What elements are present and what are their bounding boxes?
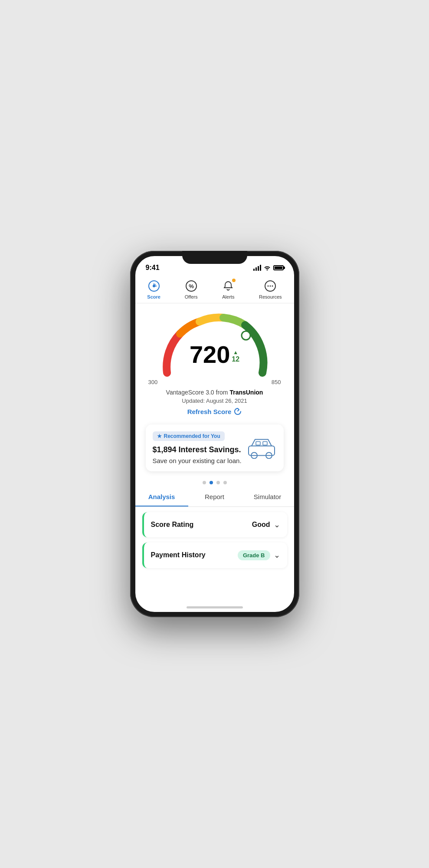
- carousel-dots: [135, 481, 294, 484]
- score-rating-right: Good ⌄: [252, 520, 280, 529]
- payment-history-label: Payment History: [151, 551, 206, 559]
- grade-badge: Grade B: [238, 550, 270, 560]
- notch: [182, 251, 247, 264]
- score-rating-label: Score Rating: [151, 521, 194, 529]
- svg-point-8: [268, 286, 269, 287]
- svg-point-1: [153, 285, 155, 287]
- status-time: 9:41: [146, 264, 160, 272]
- alerts-tab-icon: [222, 279, 235, 293]
- score-section: 720 ▲ 12 300 850 VantageScore 3.0 from T…: [135, 303, 294, 420]
- tab-simulator[interactable]: Simulator: [241, 488, 294, 506]
- score-value: 720 ▲ 12: [190, 340, 239, 368]
- tab-alerts[interactable]: Alerts: [222, 279, 235, 299]
- analysis-section: Score Rating Good ⌄ Payment History Grad…: [135, 507, 294, 579]
- analysis-tabs: Analysis Report Simulator: [135, 488, 294, 507]
- score-max: 850: [272, 379, 281, 385]
- alerts-tab-label: Alerts: [222, 294, 234, 299]
- svg-point-11: [242, 331, 250, 340]
- gauge-container: 720 ▲ 12: [158, 312, 271, 377]
- payment-history-item[interactable]: Payment History Grade B ⌄: [142, 542, 287, 568]
- dot-2: [210, 481, 213, 484]
- tab-report[interactable]: Report: [188, 488, 241, 506]
- star-icon: ★: [157, 433, 162, 439]
- phone-screen: 9:41: [135, 256, 294, 612]
- tab-score[interactable]: Score: [147, 279, 160, 299]
- tab-analysis[interactable]: Analysis: [135, 488, 188, 506]
- score-rating-item[interactable]: Score Rating Good ⌄: [142, 512, 287, 537]
- score-delta: ▲ 12: [232, 349, 239, 363]
- battery-icon: [273, 265, 284, 270]
- resources-tab-icon: [264, 279, 277, 293]
- svg-text:%: %: [189, 283, 194, 289]
- score-range: 300 850: [144, 379, 285, 385]
- score-min: 300: [148, 379, 158, 385]
- score-source: VantageScore 3.0 from TransUnion: [144, 389, 285, 396]
- recommended-badge: ★ Recommended for You: [153, 431, 225, 441]
- offers-tab-label: Offers: [185, 294, 198, 299]
- dot-3: [216, 481, 220, 484]
- refresh-icon: [234, 408, 242, 415]
- score-updated: Updated: August 26, 2021: [144, 398, 285, 404]
- dot-1: [203, 481, 206, 484]
- svg-rect-15: [256, 441, 260, 445]
- offers-tab-icon: %: [185, 279, 198, 293]
- dot-4: [223, 481, 227, 484]
- car-icon: [246, 435, 277, 460]
- svg-rect-16: [263, 441, 267, 445]
- tab-resources[interactable]: Resources: [259, 279, 282, 299]
- navigation-tabs: Score % Offers: [135, 275, 294, 303]
- svg-point-9: [270, 286, 271, 287]
- resources-tab-label: Resources: [259, 294, 282, 299]
- scroll-content[interactable]: Score % Offers: [135, 275, 294, 612]
- payment-history-chevron: ⌄: [274, 550, 280, 560]
- payment-history-right: Grade B ⌄: [238, 550, 280, 560]
- score-rating-chevron: ⌄: [274, 520, 280, 529]
- signal-icon: [253, 265, 261, 271]
- score-rating-value: Good: [252, 521, 270, 529]
- arrow-up-icon: ▲: [233, 349, 238, 355]
- svg-point-10: [272, 286, 273, 287]
- tab-offers[interactable]: % Offers: [185, 279, 198, 299]
- refresh-score-button[interactable]: Refresh Score: [187, 408, 242, 415]
- home-indicator: [187, 606, 243, 608]
- svg-rect-12: [249, 446, 275, 455]
- score-tab-label: Score: [147, 294, 160, 299]
- wifi-icon: [264, 265, 271, 270]
- recommendation-card[interactable]: ★ Recommended for You $1,894 Interest Sa…: [146, 424, 284, 471]
- cards-section: ★ Recommended for You $1,894 Interest Sa…: [135, 420, 294, 476]
- status-icons: [253, 265, 284, 271]
- alerts-badge: [232, 279, 236, 282]
- phone-frame: 9:41: [130, 251, 299, 617]
- svg-line-4: [155, 284, 156, 285]
- score-tab-icon: [147, 279, 160, 293]
